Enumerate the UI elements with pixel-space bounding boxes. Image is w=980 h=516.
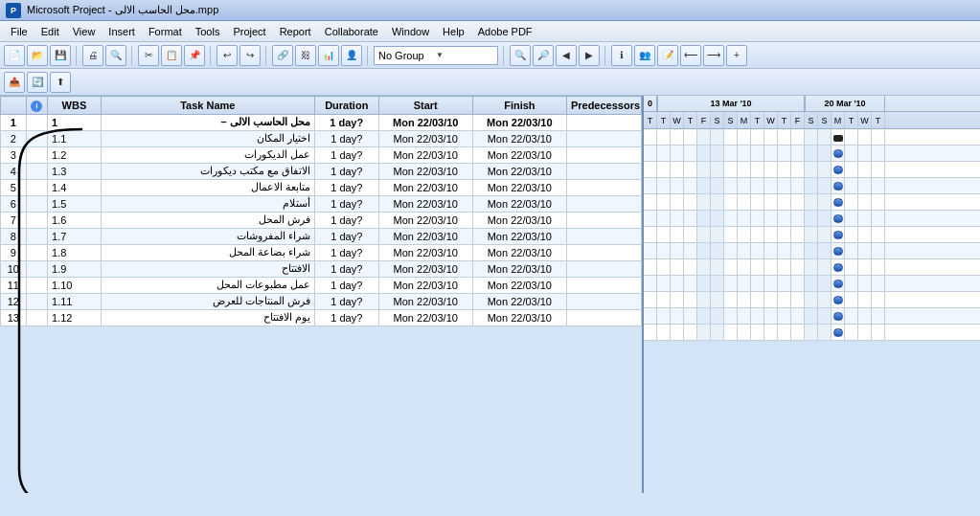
task-bar-8[interactable]: [833, 247, 843, 256]
tb2-btn3[interactable]: ⬆: [50, 72, 71, 93]
no-group-dropdown[interactable]: No Group ▼: [374, 46, 498, 65]
print-button[interactable]: 🖨: [82, 45, 103, 66]
task-bar-6[interactable]: [833, 214, 843, 223]
link-button[interactable]: 🔗: [272, 45, 293, 66]
table-row[interactable]: 13 1.12 يوم الافتتاح 1 day? Mon 22/03/10…: [1, 309, 642, 325]
chart-header: 0 13 Mar '10 20 Mar '10 TTWTFSSMTWTFSSMT…: [644, 96, 980, 129]
row-pred-8: [566, 228, 641, 244]
nav-back-button[interactable]: ⟵: [680, 45, 701, 66]
save-button[interactable]: 💾: [50, 45, 71, 66]
table-row[interactable]: 6 1.5 أستلام 1 day? Mon 22/03/10 Mon 22/…: [1, 195, 642, 212]
preview-button[interactable]: 🔍: [105, 45, 126, 66]
chart-row: [644, 146, 980, 162]
task-bar-3[interactable]: [833, 166, 843, 174]
row-duration-10: 1 day?: [314, 260, 378, 277]
new-button[interactable]: 📄: [4, 45, 25, 66]
redo-button[interactable]: ↪: [239, 45, 261, 66]
no-group-label: No Group: [378, 50, 436, 61]
row-duration-8: 1 day?: [314, 228, 378, 244]
table-row[interactable]: 10 1.9 الافتتاح 1 day? Mon 22/03/10 Mon …: [1, 260, 642, 277]
row-num-7: 7: [1, 212, 27, 228]
table-row[interactable]: 12 1.11 فرش المنتاجات للعرض 1 day? Mon 2…: [1, 293, 642, 309]
nav-forward-button[interactable]: ⟶: [703, 45, 724, 66]
menu-window[interactable]: Window: [385, 24, 436, 39]
task-bar-5[interactable]: [833, 198, 843, 207]
row-start-9: Mon 22/03/10: [378, 244, 472, 260]
menu-project[interactable]: Project: [226, 24, 272, 39]
menu-insert[interactable]: Insert: [102, 24, 142, 39]
row-finish-7: Mon 22/03/10: [472, 212, 566, 228]
table-row[interactable]: 9 1.8 شراء بضاعة المحل 1 day? Mon 22/03/…: [1, 244, 642, 260]
menu-edit[interactable]: Edit: [34, 24, 66, 39]
col-header-finish: Finish: [472, 97, 566, 115]
menu-tools[interactable]: Tools: [189, 24, 227, 39]
task-bar-9[interactable]: [833, 263, 843, 272]
date-label-mar13: 13 Mar '10: [657, 96, 805, 111]
day-col-mar13-5: S: [724, 112, 738, 128]
col-header-start: Start: [378, 97, 472, 115]
table-row[interactable]: 1 1 محل الحاسب الالى – 1 day? Mon 22/03/…: [1, 114, 642, 130]
zoom-in-button[interactable]: 🔍: [510, 45, 531, 66]
row-wbs-2: 1.1: [48, 130, 102, 146]
open-button[interactable]: 📂: [27, 45, 48, 66]
table-row[interactable]: 4 1.3 الاتفاق مع مكتب ديكورات 1 day? Mon…: [1, 163, 642, 179]
assign-button[interactable]: 👥: [634, 45, 655, 66]
task-bar-12[interactable]: [833, 312, 843, 321]
row-wbs-5: 1.4: [48, 179, 102, 195]
menu-report[interactable]: Report: [273, 24, 318, 39]
day-col-mar13-8: W: [764, 112, 778, 128]
task-bar-11[interactable]: [833, 296, 843, 304]
row-start-2: Mon 22/03/10: [378, 130, 472, 146]
table-row[interactable]: 7 1.6 فرش المحل 1 day? Mon 22/03/10 Mon …: [1, 212, 642, 228]
table-row[interactable]: 11 1.10 عمل مطبوعات المحل 1 day? Mon 22/…: [1, 277, 642, 293]
day-col-mar13-2: T: [684, 112, 697, 128]
task-button[interactable]: 📊: [318, 45, 339, 66]
table-row[interactable]: 3 1.2 عمل الديكورات 1 day? Mon 22/03/10 …: [1, 146, 642, 163]
menu-adobepdf[interactable]: Adobe PDF: [471, 24, 539, 39]
notes-button[interactable]: 📝: [657, 45, 678, 66]
menu-help[interactable]: Help: [436, 24, 471, 39]
task-bar-4[interactable]: [833, 182, 843, 191]
paste-button[interactable]: 📌: [184, 45, 205, 66]
row-num-8: 8: [1, 228, 27, 244]
task-bar-10[interactable]: [833, 280, 843, 288]
title-bar: P Microsoft Project - محل الحاسب الالى.m…: [0, 0, 980, 21]
chart-row: [644, 194, 980, 211]
add-button[interactable]: +: [726, 45, 747, 66]
row-info-9: [26, 244, 47, 260]
chart-row: [644, 243, 980, 259]
tb2-btn2[interactable]: 🔄: [27, 72, 48, 93]
menu-format[interactable]: Format: [142, 24, 189, 39]
scroll-right-button[interactable]: ▶: [579, 45, 600, 66]
day-col-mar20-0: S: [805, 112, 818, 128]
tb2-btn1[interactable]: 📤: [4, 72, 25, 93]
task-bar-13[interactable]: [833, 328, 843, 337]
task-bar-7[interactable]: [833, 231, 843, 239]
menu-view[interactable]: View: [66, 24, 103, 39]
task-bar-2[interactable]: [833, 149, 843, 158]
resource-button[interactable]: 👤: [341, 45, 362, 66]
undo-button[interactable]: ↩: [217, 45, 238, 66]
row-finish-11: Mon 22/03/10: [472, 277, 566, 293]
day-col-mar20-5: T: [872, 112, 885, 128]
row-finish-6: Mon 22/03/10: [472, 195, 566, 212]
copy-button[interactable]: 📋: [161, 45, 182, 66]
table-row[interactable]: 8 1.7 شراء المفروشات 1 day? Mon 22/03/10…: [1, 228, 642, 244]
task-table: i WBS Task Name Duration Start Finish Pr…: [0, 96, 642, 326]
zoom-out-button[interactable]: 🔎: [533, 45, 554, 66]
unlink-button[interactable]: ⛓: [295, 45, 316, 66]
info-button[interactable]: ℹ: [611, 45, 632, 66]
menu-collaborate[interactable]: Collaborate: [318, 24, 385, 39]
chart-row: [644, 129, 980, 146]
scroll-left-button[interactable]: ◀: [556, 45, 577, 66]
chart-row: [644, 178, 980, 194]
row-start-11: Mon 22/03/10: [378, 277, 472, 293]
menu-file[interactable]: File: [4, 24, 34, 39]
row-info-4: [26, 163, 47, 179]
cut-button[interactable]: ✂: [138, 45, 159, 66]
table-row[interactable]: 5 1.4 متابعة الاعمال 1 day? Mon 22/03/10…: [1, 179, 642, 195]
toolbar1: 📄 📂 💾 🖨 🔍 ✂ 📋 📌 ↩ ↪ 🔗 ⛓ 📊 👤 No Group ▼ 🔍…: [0, 42, 980, 69]
table-row[interactable]: 2 1.1 اختيار المكان 1 day? Mon 22/03/10 …: [1, 130, 642, 146]
row-pred-9: [566, 244, 641, 260]
task-bar-1[interactable]: [833, 135, 843, 142]
